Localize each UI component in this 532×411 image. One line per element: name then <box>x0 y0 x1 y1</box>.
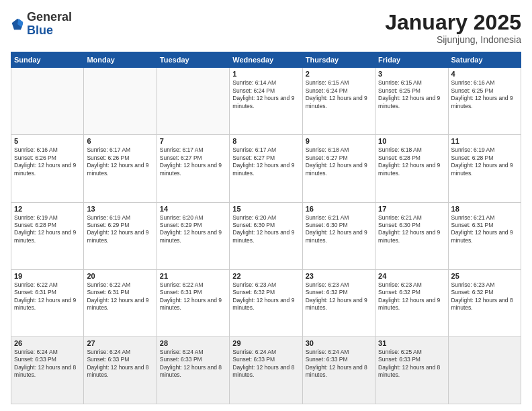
calendar-cell: 8Sunrise: 6:17 AMSunset: 6:27 PMDaylight… <box>230 135 302 202</box>
calendar-cell: 21Sunrise: 6:22 AMSunset: 6:31 PMDayligh… <box>157 269 229 336</box>
calendar-cell: 25Sunrise: 6:23 AMSunset: 6:32 PMDayligh… <box>448 269 521 336</box>
day-number: 23 <box>306 272 372 280</box>
calendar-cell: 20Sunrise: 6:22 AMSunset: 6:31 PMDayligh… <box>84 269 157 336</box>
cell-content: Sunrise: 6:17 AMSunset: 6:26 PMDaylight:… <box>87 146 153 177</box>
cell-content: Sunrise: 6:24 AMSunset: 6:33 PMDaylight:… <box>306 349 372 379</box>
calendar-week-row: 5Sunrise: 6:16 AMSunset: 6:26 PMDaylight… <box>11 135 521 202</box>
calendar-cell: 27Sunrise: 6:24 AMSunset: 6:33 PMDayligh… <box>84 336 157 404</box>
calendar-week-row: 26Sunrise: 6:24 AMSunset: 6:33 PMDayligh… <box>11 336 521 404</box>
day-number: 20 <box>87 272 153 280</box>
calendar-cell: 30Sunrise: 6:24 AMSunset: 6:33 PMDayligh… <box>302 336 375 404</box>
location-subtitle: Sijunjung, Indonesia <box>385 34 521 45</box>
calendar-week-row: 1Sunrise: 6:14 AMSunset: 6:24 PMDaylight… <box>11 68 521 135</box>
calendar-cell: 1Sunrise: 6:14 AMSunset: 6:24 PMDaylight… <box>230 68 302 135</box>
day-number: 30 <box>306 339 372 347</box>
cell-content: Sunrise: 6:24 AMSunset: 6:33 PMDaylight:… <box>160 349 226 379</box>
cell-content: Sunrise: 6:23 AMSunset: 6:32 PMDaylight:… <box>378 281 445 312</box>
calendar-cell: 31Sunrise: 6:25 AMSunset: 6:33 PMDayligh… <box>375 336 448 404</box>
calendar-cell: 12Sunrise: 6:19 AMSunset: 6:28 PMDayligh… <box>11 202 84 269</box>
day-number: 1 <box>232 70 299 78</box>
cell-content: Sunrise: 6:21 AMSunset: 6:30 PMDaylight:… <box>378 214 445 245</box>
calendar-header-row: SundayMondayTuesdayWednesdayThursdayFrid… <box>11 52 521 68</box>
calendar-week-row: 12Sunrise: 6:19 AMSunset: 6:28 PMDayligh… <box>11 202 521 269</box>
calendar-cell <box>84 68 157 135</box>
calendar-cell: 19Sunrise: 6:22 AMSunset: 6:31 PMDayligh… <box>11 269 84 336</box>
calendar-cell: 11Sunrise: 6:19 AMSunset: 6:28 PMDayligh… <box>448 135 521 202</box>
page: General Blue January 2025 Sijunjung, Ind… <box>0 0 532 411</box>
calendar-cell: 18Sunrise: 6:21 AMSunset: 6:31 PMDayligh… <box>448 202 521 269</box>
calendar-cell: 15Sunrise: 6:20 AMSunset: 6:30 PMDayligh… <box>230 202 302 269</box>
day-number: 12 <box>14 205 81 213</box>
calendar-cell: 23Sunrise: 6:23 AMSunset: 6:32 PMDayligh… <box>302 269 375 336</box>
cell-content: Sunrise: 6:17 AMSunset: 6:27 PMDaylight:… <box>160 146 226 177</box>
cell-content: Sunrise: 6:23 AMSunset: 6:32 PMDaylight:… <box>451 281 518 312</box>
calendar-cell: 7Sunrise: 6:17 AMSunset: 6:27 PMDaylight… <box>157 135 229 202</box>
day-number: 5 <box>14 137 81 145</box>
calendar-cell: 26Sunrise: 6:24 AMSunset: 6:33 PMDayligh… <box>11 336 84 404</box>
cell-content: Sunrise: 6:16 AMSunset: 6:25 PMDaylight:… <box>451 79 518 110</box>
day-number: 4 <box>451 70 518 78</box>
calendar-cell: 2Sunrise: 6:15 AMSunset: 6:24 PMDaylight… <box>302 68 375 135</box>
calendar-cell: 22Sunrise: 6:23 AMSunset: 6:32 PMDayligh… <box>230 269 302 336</box>
cell-content: Sunrise: 6:16 AMSunset: 6:26 PMDaylight:… <box>14 146 81 177</box>
cell-content: Sunrise: 6:23 AMSunset: 6:32 PMDaylight:… <box>306 281 372 312</box>
cell-content: Sunrise: 6:18 AMSunset: 6:27 PMDaylight:… <box>306 146 372 177</box>
calendar-cell: 10Sunrise: 6:18 AMSunset: 6:28 PMDayligh… <box>375 135 448 202</box>
calendar-cell: 17Sunrise: 6:21 AMSunset: 6:30 PMDayligh… <box>375 202 448 269</box>
cell-content: Sunrise: 6:25 AMSunset: 6:33 PMDaylight:… <box>378 349 445 379</box>
cell-content: Sunrise: 6:20 AMSunset: 6:29 PMDaylight:… <box>160 214 226 245</box>
cell-content: Sunrise: 6:19 AMSunset: 6:28 PMDaylight:… <box>14 214 81 245</box>
cell-content: Sunrise: 6:19 AMSunset: 6:29 PMDaylight:… <box>87 214 153 245</box>
logo-icon <box>11 17 24 31</box>
column-header-saturday: Saturday <box>448 52 521 68</box>
cell-content: Sunrise: 6:22 AMSunset: 6:31 PMDaylight:… <box>14 281 81 312</box>
day-number: 2 <box>306 70 372 78</box>
day-number: 24 <box>378 272 445 280</box>
calendar-cell: 4Sunrise: 6:16 AMSunset: 6:25 PMDaylight… <box>448 68 521 135</box>
logo-text: General Blue <box>27 11 72 38</box>
cell-content: Sunrise: 6:24 AMSunset: 6:33 PMDaylight:… <box>14 349 81 379</box>
day-number: 15 <box>232 205 299 213</box>
day-number: 21 <box>160 272 226 280</box>
calendar-cell: 28Sunrise: 6:24 AMSunset: 6:33 PMDayligh… <box>157 336 229 404</box>
day-number: 17 <box>378 205 445 213</box>
cell-content: Sunrise: 6:19 AMSunset: 6:28 PMDaylight:… <box>451 146 518 177</box>
day-number: 16 <box>306 205 372 213</box>
column-header-sunday: Sunday <box>11 52 84 68</box>
day-number: 22 <box>232 272 299 280</box>
column-header-wednesday: Wednesday <box>230 52 302 68</box>
day-number: 11 <box>451 137 518 145</box>
column-header-tuesday: Tuesday <box>157 52 229 68</box>
cell-content: Sunrise: 6:15 AMSunset: 6:24 PMDaylight:… <box>306 79 372 110</box>
day-number: 31 <box>378 339 445 347</box>
cell-content: Sunrise: 6:21 AMSunset: 6:31 PMDaylight:… <box>451 214 518 245</box>
day-number: 18 <box>451 205 518 213</box>
calendar-cell: 16Sunrise: 6:21 AMSunset: 6:30 PMDayligh… <box>302 202 375 269</box>
calendar-cell: 24Sunrise: 6:23 AMSunset: 6:32 PMDayligh… <box>375 269 448 336</box>
cell-content: Sunrise: 6:24 AMSunset: 6:33 PMDaylight:… <box>87 349 153 379</box>
day-number: 25 <box>451 272 518 280</box>
month-title: January 2025 <box>385 11 521 34</box>
cell-content: Sunrise: 6:24 AMSunset: 6:33 PMDaylight:… <box>232 349 299 379</box>
day-number: 29 <box>232 339 299 347</box>
calendar-cell: 9Sunrise: 6:18 AMSunset: 6:27 PMDaylight… <box>302 135 375 202</box>
cell-content: Sunrise: 6:22 AMSunset: 6:31 PMDaylight:… <box>160 281 226 312</box>
calendar-cell: 14Sunrise: 6:20 AMSunset: 6:29 PMDayligh… <box>157 202 229 269</box>
day-number: 9 <box>306 137 372 145</box>
day-number: 3 <box>378 70 445 78</box>
logo-general: General <box>27 10 72 24</box>
calendar-cell <box>448 336 521 404</box>
day-number: 19 <box>14 272 81 280</box>
calendar-cell: 3Sunrise: 6:15 AMSunset: 6:25 PMDaylight… <box>375 68 448 135</box>
header: General Blue January 2025 Sijunjung, Ind… <box>11 11 521 45</box>
cell-content: Sunrise: 6:20 AMSunset: 6:30 PMDaylight:… <box>232 214 299 245</box>
cell-content: Sunrise: 6:23 AMSunset: 6:32 PMDaylight:… <box>232 281 299 312</box>
cell-content: Sunrise: 6:22 AMSunset: 6:31 PMDaylight:… <box>87 281 153 312</box>
day-number: 7 <box>160 137 226 145</box>
day-number: 6 <box>87 137 153 145</box>
cell-content: Sunrise: 6:14 AMSunset: 6:24 PMDaylight:… <box>232 79 299 110</box>
calendar-cell: 29Sunrise: 6:24 AMSunset: 6:33 PMDayligh… <box>230 336 302 404</box>
calendar-cell: 5Sunrise: 6:16 AMSunset: 6:26 PMDaylight… <box>11 135 84 202</box>
calendar-cell: 6Sunrise: 6:17 AMSunset: 6:26 PMDaylight… <box>84 135 157 202</box>
cell-content: Sunrise: 6:17 AMSunset: 6:27 PMDaylight:… <box>232 146 299 177</box>
